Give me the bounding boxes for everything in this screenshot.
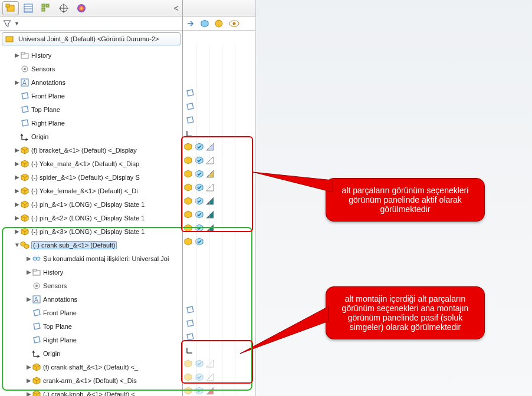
caret-icon[interactable]: ▶ xyxy=(14,79,20,85)
plane-icon xyxy=(32,335,41,345)
display-cell-row[interactable] xyxy=(183,154,255,167)
tree-row[interactable]: ▶(-) pin_&<1> (LONG) <_Display State 1 xyxy=(0,197,182,211)
tab-appearance[interactable] xyxy=(73,1,90,15)
filter-icon[interactable] xyxy=(2,19,12,28)
tree-row[interactable]: Top Plane xyxy=(0,319,182,333)
tree-label: (-) Yoke_female_&<1> (Default) <_Di xyxy=(31,187,138,194)
display-cell-row[interactable] xyxy=(183,208,255,222)
tree-label: crank-arm_&<1> (Default) <_Dis xyxy=(43,377,137,384)
svg-marker-88 xyxy=(206,170,214,177)
caret-icon[interactable]: ▶ xyxy=(26,377,32,384)
sphere-icon[interactable] xyxy=(215,19,223,28)
tree-label: (-) pin_&<1> (LONG) <_Display State 1 xyxy=(31,201,145,208)
tree-row[interactable]: Origin xyxy=(0,130,182,143)
tab-feature-tree[interactable] xyxy=(2,1,19,15)
tree-row[interactable]: ▶History xyxy=(0,48,182,62)
tree-row[interactable]: ▶AAnnotations xyxy=(0,292,182,306)
arrow-icon[interactable] xyxy=(186,19,195,28)
part-icon xyxy=(20,200,29,209)
caret-icon[interactable]: ▶ xyxy=(26,269,32,275)
caret-icon[interactable]: ▶ xyxy=(26,296,32,302)
caret-icon[interactable]: ▶ xyxy=(14,201,20,207)
display-cell-row[interactable] xyxy=(183,194,255,208)
svg-marker-108 xyxy=(185,374,192,381)
cube-icon[interactable] xyxy=(201,19,209,28)
tree-row[interactable]: ▶(-) Yoke_female_&<1> (Default) <_Di xyxy=(0,184,182,197)
tree-row[interactable]: ▶(-) Yoke_male_&<1> (Default) <_Disp xyxy=(0,157,182,170)
caret-icon[interactable]: ▶ xyxy=(14,160,20,167)
display-cell-row[interactable] xyxy=(183,371,255,384)
tree-label: Right Plane xyxy=(31,120,65,127)
display-cell-row[interactable] xyxy=(183,59,255,72)
eye-icon[interactable] xyxy=(229,20,239,27)
tree-row[interactable]: Right Plane xyxy=(0,116,182,130)
caret-icon[interactable]: ▶ xyxy=(14,147,20,153)
display-cell-row[interactable] xyxy=(183,72,255,86)
display-cell-row[interactable] xyxy=(183,235,255,249)
display-cell-row[interactable] xyxy=(183,289,255,303)
caret-icon[interactable]: ▶ xyxy=(14,187,20,194)
caret-icon[interactable]: ▶ xyxy=(14,228,20,235)
tree-label: (f) crank-shaft_&<1> (Default) <_ xyxy=(43,364,138,371)
tab-properties[interactable] xyxy=(20,1,37,15)
display-cell-row[interactable] xyxy=(183,127,255,140)
display-cell-row[interactable] xyxy=(183,249,255,262)
display-cell-row[interactable] xyxy=(183,140,255,154)
mates-icon xyxy=(32,254,41,263)
display-cell-row[interactable] xyxy=(183,45,255,59)
display-cell-row[interactable] xyxy=(183,181,255,194)
tree-label: Origin xyxy=(43,350,60,357)
tab-configurations[interactable] xyxy=(38,1,54,15)
tree-row[interactable]: ▶Şu konumdaki montaj ilişkileri: Univers… xyxy=(0,252,182,265)
tree-row[interactable]: Origin xyxy=(0,346,182,360)
display-cell-row[interactable] xyxy=(183,100,255,113)
tree-row[interactable]: ▶(-) crank-knob_&<1> (Default) <_ xyxy=(0,387,182,396)
part-icon xyxy=(32,376,41,385)
tree-row[interactable]: ▶(-) pin_&<3> (LONG) <_Display State 1 xyxy=(0,225,182,238)
tab-dim[interactable] xyxy=(55,1,72,15)
plane-icon xyxy=(32,308,41,318)
origin-icon xyxy=(32,349,41,358)
caret-icon[interactable]: ▼ xyxy=(14,242,20,248)
tree-row[interactable]: Sensors xyxy=(0,279,182,292)
tree-row[interactable]: Top Plane xyxy=(0,103,182,116)
tree-row[interactable]: ▶(f) bracket_&<1> (Default) <_Display xyxy=(0,143,182,157)
display-cell-row[interactable] xyxy=(183,384,255,396)
tree-row[interactable]: ▶(-) spider_&<1> (Default) <_Display S xyxy=(0,170,182,184)
part-icon xyxy=(32,390,41,397)
caret-icon[interactable]: ▶ xyxy=(14,52,20,58)
display-cell-row[interactable] xyxy=(183,276,255,289)
tree-row[interactable]: ▶AAnnotations xyxy=(0,75,182,89)
tree-row[interactable]: Right Plane xyxy=(0,333,182,346)
tree-row[interactable]: Sensors xyxy=(0,62,182,75)
display-cell-row[interactable] xyxy=(183,113,255,127)
caret-icon[interactable]: ▶ xyxy=(14,174,20,180)
tree-row[interactable]: ▼(-) crank sub_&<1> (Default) xyxy=(0,238,182,252)
tree-row[interactable]: Front Plane xyxy=(0,306,182,319)
tree-label: Front Plane xyxy=(31,93,65,100)
plane-icon xyxy=(20,118,29,128)
svg-rect-8 xyxy=(42,8,45,11)
display-cell-row[interactable] xyxy=(183,262,255,276)
callout-text: alt montajin içerdiği alt parçaların gör… xyxy=(334,294,476,332)
callout-active: alt parçaların görünüm seçenekleri görün… xyxy=(326,178,485,222)
caret-icon[interactable]: ▶ xyxy=(14,214,20,221)
caret-icon[interactable]: ▶ xyxy=(26,391,32,396)
collapse-panel-icon[interactable]: < xyxy=(174,4,179,13)
svg-rect-55 xyxy=(33,269,37,271)
tree-row[interactable]: ▶(f) crank-shaft_&<1> (Default) <_ xyxy=(0,360,182,374)
tree-row[interactable]: ▶crank-arm_&<1> (Default) <_Dis xyxy=(0,374,182,387)
display-cell-row[interactable] xyxy=(183,167,255,181)
caret-icon[interactable]: ▶ xyxy=(26,364,32,370)
filter-dropdown-icon[interactable]: ▼ xyxy=(14,21,19,27)
display-cell-row[interactable] xyxy=(183,86,255,100)
tree-label: Annotations xyxy=(31,79,65,86)
tree-row[interactable]: ▶History xyxy=(0,265,182,279)
svg-marker-95 xyxy=(185,211,192,218)
svg-marker-74 xyxy=(201,20,208,27)
tree-row[interactable]: ▶(-) pin_&<2> (LONG) <_Display State 1 xyxy=(0,211,182,225)
caret-icon[interactable]: ▶ xyxy=(26,255,32,262)
root-node[interactable]: Universal Joint_& (Default) <Görüntü Dur… xyxy=(2,32,180,45)
display-cell-row[interactable] xyxy=(183,222,255,235)
tree-row[interactable]: Front Plane xyxy=(0,89,182,103)
